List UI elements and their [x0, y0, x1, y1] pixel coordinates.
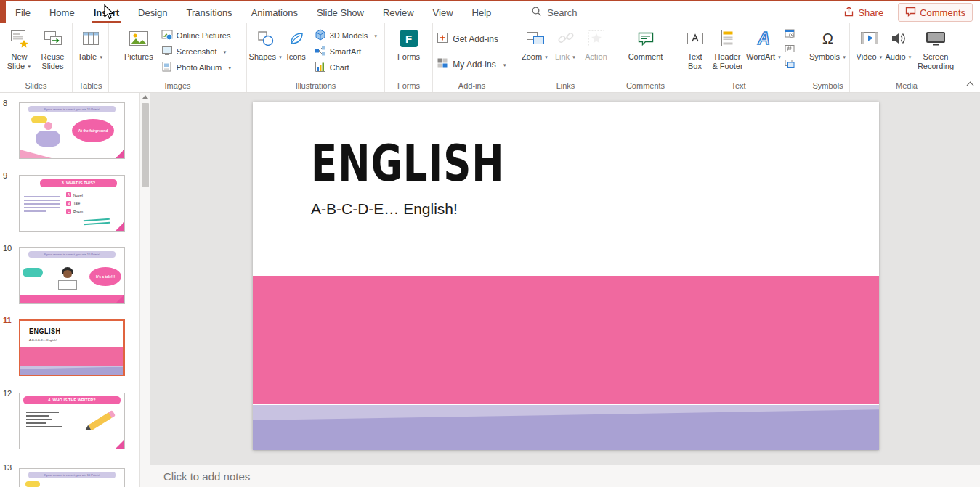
my-addins-icon — [437, 57, 448, 71]
smartart-button[interactable]: SmartArt — [311, 44, 382, 60]
screen-recording-label: Screen Recording — [918, 52, 954, 70]
my-addins-button[interactable]: My Add-ins — [433, 56, 510, 73]
tab-animations[interactable]: Animations — [242, 1, 307, 23]
text-box-button[interactable]: Text Box — [681, 24, 710, 79]
screen-recording-button[interactable]: Screen Recording — [913, 24, 958, 79]
slide-number: 13 — [3, 463, 12, 472]
dropdown-arrow-icon — [877, 52, 883, 61]
group-label-addins: Add-ins — [434, 80, 509, 92]
forms-icon — [400, 28, 418, 49]
thumb10-speech-bubble: It's a tale!!! — [89, 267, 121, 286]
slide[interactable]: ENGLISH A-B-C-D-E… English! — [253, 102, 879, 450]
tab-view[interactable]: View — [424, 1, 463, 23]
tab-transitions[interactable]: Transitions — [177, 1, 242, 23]
pictures-button[interactable]: Pictures — [120, 24, 158, 79]
zoom-icon — [525, 28, 546, 49]
slide-thumbnail-11-selected[interactable]: ENGLISH A-B-C-D-E… English! — [19, 319, 125, 376]
slide-thumbnail-8[interactable]: If your answer is correct, you win 10 Po… — [19, 102, 125, 159]
action-button[interactable]: Action — [580, 24, 612, 79]
audio-label: Audio — [885, 52, 905, 61]
ribbon-group-media: Video Audio Screen Recording Media — [850, 23, 963, 92]
work-area: 8 If your answer is correct, you win 10 … — [0, 93, 980, 487]
group-label-links: Links — [513, 80, 618, 92]
link-button[interactable]: Link — [551, 24, 580, 79]
thumbnail-scrollbar[interactable] — [139, 93, 150, 487]
scroll-up-arrow-icon[interactable] — [142, 95, 148, 99]
new-slide-button[interactable]: New Slide — [3, 24, 36, 79]
reuse-slides-button[interactable]: Reuse Slides — [36, 24, 70, 79]
table-button[interactable]: Table — [75, 24, 107, 79]
thumb8-cloud — [31, 116, 47, 123]
slide-thumbnail-12[interactable]: 4. WHO IS THE WRITER? — [19, 393, 125, 449]
thumb12-header: 4. WHO IS THE WRITER? — [23, 396, 121, 404]
photo-album-label: Photo Album — [177, 63, 222, 72]
shapes-label: Shapes — [249, 52, 276, 61]
symbols-button[interactable]: Ω Symbols — [810, 24, 846, 79]
online-pictures-icon — [161, 29, 173, 42]
forms-button[interactable]: Forms — [393, 24, 425, 79]
object-button[interactable] — [782, 58, 797, 72]
thumb8-character-head — [44, 122, 52, 130]
slide-thumbnail-13[interactable]: If your answer is correct, you win 10 Po… — [19, 468, 125, 487]
tab-slideshow[interactable]: Slide Show — [307, 1, 373, 23]
zoom-button[interactable]: Zoom — [519, 24, 551, 79]
share-icon — [843, 6, 854, 19]
slide-thumbnail-10[interactable]: If your answer is correct, you win 10 Po… — [19, 247, 125, 304]
scrollbar-thumb[interactable] — [142, 103, 149, 187]
thumb12-pencil — [88, 412, 113, 431]
slide-thumbnail-9[interactable]: 3. WHAT IS THIS? ANovel BTale CPoem — [19, 175, 125, 232]
video-button[interactable]: Video — [855, 24, 884, 79]
chart-icon — [315, 61, 326, 74]
slide-title[interactable]: ENGLISH — [311, 134, 505, 193]
3d-models-button[interactable]: 3D Models — [311, 28, 382, 44]
share-button[interactable]: Share — [838, 4, 889, 21]
group-label-symbols: Symbols — [808, 80, 848, 92]
date-time-button[interactable] — [782, 28, 797, 41]
comment-button[interactable]: Comment — [627, 24, 665, 79]
photo-album-button[interactable]: Photo Album — [158, 60, 235, 75]
tab-help[interactable]: Help — [463, 1, 501, 23]
share-label: Share — [858, 7, 883, 18]
dropdown-arrow-icon — [840, 52, 846, 61]
collapse-ribbon-icon[interactable] — [967, 81, 973, 87]
notes-pane[interactable]: Click to add notes — [150, 465, 980, 487]
slide-number-button[interactable] — [782, 43, 797, 57]
screenshot-button[interactable]: Screenshot — [158, 44, 235, 60]
chart-button[interactable]: Chart — [311, 60, 382, 75]
wordart-button[interactable]: WordArt — [746, 24, 782, 79]
tab-home[interactable]: Home — [40, 1, 84, 23]
tab-file[interactable]: File — [6, 1, 40, 23]
icons-button[interactable]: Icons — [282, 24, 311, 79]
dropdown-arrow-icon — [97, 52, 103, 61]
online-pictures-button[interactable]: Online Pictures — [158, 28, 235, 44]
thumb10-banner: If your answer is correct, you win 10 Po… — [28, 251, 116, 258]
dropdown-arrow-icon — [225, 63, 232, 72]
dropdown-arrow-icon — [570, 52, 576, 61]
shapes-button[interactable]: Shapes — [250, 24, 282, 79]
thumb11-subtitle: A-B-C-D-E… English! — [29, 338, 57, 342]
tab-review[interactable]: Review — [373, 1, 424, 23]
tab-insert[interactable]: Insert — [84, 1, 129, 23]
slide-number: 9 — [3, 171, 7, 180]
audio-button[interactable]: Audio — [884, 24, 913, 79]
thumb12-bullet-lines — [26, 412, 67, 430]
slide-number-icon — [785, 44, 795, 57]
zoom-label: Zoom — [522, 52, 542, 61]
slide-number-selected: 11 — [3, 316, 12, 324]
comment-icon — [636, 28, 655, 49]
slide-subtitle[interactable]: A-B-C-D-E… English! — [311, 200, 458, 218]
ribbon-group-addins: Get Add-ins My Add-ins Add-ins — [433, 23, 511, 92]
slide-canvas[interactable]: ENGLISH A-B-C-D-E… English! — [150, 93, 980, 465]
thumb12-corner — [116, 440, 124, 449]
header-footer-button[interactable]: Header & Footer — [710, 24, 746, 79]
thumb8-character — [36, 131, 60, 147]
pink-band-shape[interactable] — [253, 276, 879, 404]
group-label-media: Media — [851, 80, 962, 92]
comments-button[interactable]: Comments — [898, 3, 973, 22]
get-addins-button[interactable]: Get Add-ins — [433, 30, 510, 47]
search-box[interactable]: Search — [531, 1, 577, 23]
group-label-illustrations: Illustrations — [248, 80, 383, 92]
thumb10-book — [58, 280, 77, 290]
tab-design[interactable]: Design — [129, 1, 177, 23]
lavender-band-shape[interactable] — [253, 405, 879, 450]
